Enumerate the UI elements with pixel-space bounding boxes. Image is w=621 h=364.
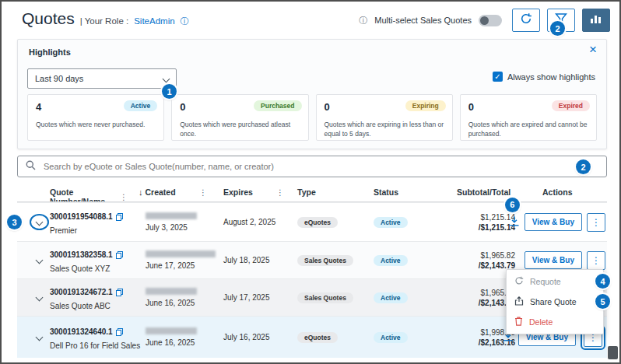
close-icon[interactable]: × bbox=[589, 43, 597, 56]
card-count: 0 bbox=[468, 101, 474, 113]
copy-icon[interactable] bbox=[116, 325, 123, 339]
download-icon bbox=[509, 215, 520, 229]
row-actions-context-menu: Requote 4 Share Quote 5 Delete bbox=[506, 269, 604, 334]
card-count: 0 bbox=[325, 101, 330, 113]
chevron-down-icon bbox=[163, 75, 170, 82]
quote-number: 3000191382358.1 bbox=[50, 250, 113, 259]
row-actions-menu-button[interactable]: ⋮ bbox=[587, 251, 605, 270]
always-show-label: Always show highlights bbox=[507, 72, 595, 82]
highlights-title: Highlights bbox=[29, 47, 71, 57]
status-badge: Active bbox=[374, 255, 408, 266]
sort-desc-icon[interactable]: ↓ bbox=[139, 187, 143, 197]
highlight-card-expiring: 0 Expiring Quotes which are expiring in … bbox=[316, 94, 453, 141]
created-date: June 16, 2025 bbox=[146, 338, 223, 347]
refresh-button[interactable] bbox=[512, 9, 540, 32]
highlight-cards: 4 Active Quotes which were never purchas… bbox=[27, 94, 597, 141]
highlights-panel: Highlights × Last 90 days ✓ Always show … bbox=[17, 39, 607, 149]
type-badge: Sales Quotes bbox=[297, 255, 353, 266]
card-description: Quotes which are expiring in less than o… bbox=[325, 121, 447, 139]
view-buy-button[interactable]: View & Buy bbox=[525, 213, 582, 231]
quote-name: Premier bbox=[50, 226, 147, 235]
column-menu-icon[interactable]: ⋮ bbox=[276, 188, 284, 197]
multiselect-info-icon[interactable]: ⓘ bbox=[359, 15, 367, 26]
row-actions-menu-button[interactable]: ⋮ bbox=[587, 213, 605, 232]
status-badge: Active bbox=[374, 332, 408, 343]
column-header-actions: Actions bbox=[542, 187, 573, 197]
chevron-down-icon bbox=[35, 257, 43, 264]
callout-5-share: 5 bbox=[595, 294, 610, 309]
redacted-creator bbox=[146, 288, 197, 295]
analytics-button[interactable] bbox=[582, 9, 610, 32]
callout-3-expand: 3 bbox=[7, 215, 22, 229]
role-value-link[interactable]: SiteAdmin bbox=[134, 16, 174, 26]
role-label: | Your Role : bbox=[80, 16, 128, 26]
quote-name: Sales Quote XYZ bbox=[50, 264, 147, 273]
expires-date: July 18, 2025 bbox=[223, 256, 297, 264]
menu-item-share-quote[interactable]: Share Quote 5 bbox=[507, 292, 603, 312]
quote-number: 3000191324672.1 bbox=[50, 288, 113, 296]
callout-2-filter: 2 bbox=[550, 21, 565, 36]
status-badge: Active bbox=[374, 292, 408, 303]
page-title: Quotes bbox=[22, 9, 75, 28]
bar-chart-icon bbox=[590, 13, 602, 27]
column-menu-icon[interactable]: ⋮ bbox=[199, 188, 207, 197]
redacted-creator bbox=[146, 212, 197, 219]
expires-date: July 16, 2025 bbox=[223, 333, 297, 341]
created-date: June 16, 2025 bbox=[146, 299, 223, 307]
type-badge: eQuotes bbox=[297, 332, 338, 343]
column-header-status: Status bbox=[374, 187, 398, 197]
card-description: Quotes which are expired and cannot be p… bbox=[468, 121, 591, 139]
column-menu-icon[interactable]: ⋮ bbox=[120, 193, 128, 201]
expand-row-button[interactable] bbox=[31, 331, 47, 344]
callout-2-search: 2 bbox=[576, 159, 591, 174]
multiselect-toggle[interactable] bbox=[479, 15, 502, 26]
type-badge: Sales Quotes bbox=[297, 292, 353, 303]
highlight-card-purchased: 0 Purchased Quotes which were purchased … bbox=[171, 94, 308, 141]
status-badge: Expired bbox=[552, 100, 590, 111]
callout-4-requote: 4 bbox=[595, 274, 610, 289]
highlight-card-expired: 0 Expired Quotes which are expired and c… bbox=[460, 94, 597, 141]
expand-row-button[interactable] bbox=[30, 214, 49, 230]
quote-number: 3000191954088.1 bbox=[50, 212, 113, 221]
copy-icon[interactable] bbox=[116, 248, 123, 262]
type-badge: eQuotes bbox=[297, 217, 338, 228]
created-date: June 17, 2025 bbox=[146, 261, 223, 270]
download-button[interactable]: 6 bbox=[509, 215, 520, 229]
refresh-icon bbox=[520, 12, 532, 28]
expand-row-button[interactable] bbox=[31, 254, 47, 267]
expand-row-button[interactable] bbox=[31, 291, 47, 304]
quote-number: 3000191324640.1 bbox=[50, 327, 113, 336]
filter-button[interactable]: 2 bbox=[547, 9, 575, 32]
header-toolbar: ⓘ Multi-select Sales Quotes 2 bbox=[359, 9, 610, 32]
redacted-creator bbox=[146, 327, 197, 334]
callout-1-highlights: 1 bbox=[162, 84, 177, 99]
column-header-subtotal: Subtotal/Total bbox=[457, 187, 510, 197]
search-icon bbox=[26, 159, 36, 173]
redacted-creator bbox=[146, 250, 216, 257]
quote-name: Dell Pro 16 for Field Sales bbox=[50, 341, 147, 350]
status-badge: Purchased bbox=[254, 100, 301, 111]
date-range-value: Last 90 days bbox=[35, 74, 83, 83]
always-show-checkbox[interactable]: ✓ bbox=[493, 72, 503, 82]
copy-icon[interactable] bbox=[116, 210, 123, 224]
always-show-group: ✓ Always show highlights bbox=[493, 72, 595, 82]
scrollbar-thumb[interactable] bbox=[608, 346, 618, 359]
column-header-created: ↓ Created ⋮ bbox=[139, 187, 207, 197]
requote-icon bbox=[514, 276, 524, 287]
share-icon bbox=[514, 296, 524, 307]
column-header-expires: Expires ⋮ bbox=[223, 187, 284, 197]
quote-name: Sales Quote ABC bbox=[50, 302, 147, 310]
date-range-select[interactable]: Last 90 days bbox=[27, 68, 177, 89]
role-info-icon[interactable]: ⓘ bbox=[181, 16, 189, 27]
chevron-down-icon bbox=[35, 334, 43, 341]
card-count: 4 bbox=[36, 101, 41, 113]
callout-6-download: 6 bbox=[505, 198, 520, 212]
quotes-page: Quotes | Your Role : SiteAdmin ⓘ ⓘ Multi… bbox=[0, 0, 621, 364]
copy-icon[interactable] bbox=[116, 285, 123, 299]
search-input[interactable] bbox=[42, 161, 598, 172]
view-buy-button[interactable]: View & Buy bbox=[525, 251, 582, 269]
menu-item-requote[interactable]: Requote 4 bbox=[507, 271, 603, 292]
menu-item-delete[interactable]: Delete bbox=[507, 312, 603, 332]
expires-date: July 17, 2025 bbox=[223, 293, 297, 302]
expires-date: August 2, 2025 bbox=[223, 218, 297, 226]
